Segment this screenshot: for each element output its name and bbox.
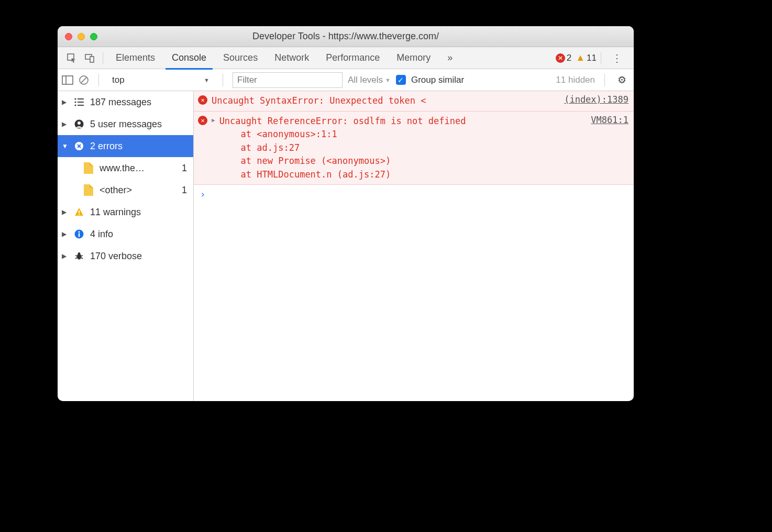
titlebar: Developer Tools - https://www.theverge.c… xyxy=(58,26,634,47)
list-icon xyxy=(73,98,85,106)
dropdown-icon: ▼ xyxy=(385,77,391,83)
svg-rect-22 xyxy=(79,234,80,237)
hidden-count[interactable]: 11 hidden xyxy=(556,75,595,85)
context-selector[interactable]: top ▼ xyxy=(108,73,213,87)
caret-icon: ▶ xyxy=(62,230,68,238)
svg-point-21 xyxy=(79,231,80,233)
svg-rect-12 xyxy=(78,105,84,106)
device-toggle-icon[interactable] xyxy=(81,51,98,65)
sidebar-item-messages[interactable]: ▶ 187 messages xyxy=(58,91,193,113)
caret-icon: ▶ xyxy=(62,120,68,128)
divider xyxy=(103,52,103,64)
svg-point-9 xyxy=(74,101,76,103)
levels-label: All levels xyxy=(348,75,383,85)
svg-line-6 xyxy=(81,77,87,83)
tab-memory[interactable]: Memory xyxy=(388,47,439,69)
user-icon xyxy=(73,119,85,129)
divider xyxy=(604,74,605,86)
sidebar-item-info[interactable]: ▶ 4 info xyxy=(58,223,193,245)
tab-sources[interactable]: Sources xyxy=(215,47,266,69)
tab-performance[interactable]: Performance xyxy=(317,47,388,69)
svg-line-25 xyxy=(75,256,77,256)
warning-count[interactable]: 11 xyxy=(587,53,597,63)
sidebar-item-verbose[interactable]: ▶ 170 verbose xyxy=(58,245,193,267)
filter-input[interactable] xyxy=(233,72,343,88)
caret-down-icon: ▼ xyxy=(62,142,68,150)
warning-badge-icon: ▲ xyxy=(576,52,585,63)
svg-rect-19 xyxy=(79,214,80,215)
group-similar-checkbox[interactable]: ✓ xyxy=(396,75,406,85)
caret-icon: ▶ xyxy=(62,252,68,260)
divider xyxy=(601,52,601,64)
error-icon: ✕ xyxy=(198,116,207,125)
console-error-message[interactable]: ✕ ▶ Uncaught ReferenceError: osdlfm is n… xyxy=(194,112,634,185)
expand-icon[interactable]: ▶ xyxy=(212,117,215,124)
svg-rect-8 xyxy=(78,98,84,99)
message-source-link[interactable]: VM861:1 xyxy=(591,115,628,125)
traffic-lights xyxy=(58,33,97,40)
sidebar-item-warnings[interactable]: ▶ 11 warnings xyxy=(58,201,193,223)
svg-point-14 xyxy=(78,121,81,125)
sidebar-item-label: 187 messages xyxy=(90,97,189,108)
more-menu-button[interactable]: ⋮ xyxy=(605,52,628,64)
console-body: ▶ 187 messages ▶ 5 user messages ▼ 2 err… xyxy=(58,91,634,401)
tab-elements[interactable]: Elements xyxy=(107,47,163,69)
toggle-sidebar-icon[interactable] xyxy=(62,75,73,85)
message-text: Uncaught SyntaxError: Unexpected token < xyxy=(212,94,560,108)
window-title: Developer Tools - https://www.theverge.c… xyxy=(58,31,634,42)
sidebar-item-user-messages[interactable]: ▶ 5 user messages xyxy=(58,113,193,135)
svg-rect-18 xyxy=(79,210,80,213)
zoom-window-button[interactable] xyxy=(90,33,97,40)
svg-line-26 xyxy=(81,256,83,256)
sidebar-item-label: 11 warnings xyxy=(90,207,189,218)
divider xyxy=(98,74,99,86)
file-icon xyxy=(83,184,94,196)
bug-icon xyxy=(73,251,85,261)
tab-console[interactable]: Console xyxy=(163,47,215,69)
file-icon xyxy=(83,162,94,174)
message-text: Uncaught ReferenceError: osdlfm is not d… xyxy=(219,115,587,182)
devtools-window: Developer Tools - https://www.theverge.c… xyxy=(58,26,634,401)
svg-line-27 xyxy=(75,258,77,259)
sidebar-item-label: www.the… xyxy=(100,163,177,174)
sidebar-item-count: 1 xyxy=(182,185,189,196)
error-count[interactable]: 2 xyxy=(567,53,571,63)
caret-icon: ▶ xyxy=(62,208,68,216)
sidebar-item-error-source[interactable]: <other> 1 xyxy=(58,179,193,201)
context-label: top xyxy=(112,75,125,85)
divider xyxy=(223,74,223,86)
minimize-window-button[interactable] xyxy=(78,33,85,40)
svg-rect-3 xyxy=(62,76,73,84)
sidebar-item-label: 2 errors xyxy=(90,141,189,152)
tab-network[interactable]: Network xyxy=(266,47,317,69)
warning-icon xyxy=(73,207,85,217)
svg-point-24 xyxy=(78,252,81,255)
svg-point-7 xyxy=(74,98,76,99)
console-error-message[interactable]: ✕ Uncaught SyntaxError: Unexpected token… xyxy=(194,91,634,112)
sidebar-item-label: 4 info xyxy=(90,229,189,240)
console-prompt[interactable]: › xyxy=(194,185,634,204)
dropdown-icon: ▼ xyxy=(204,77,209,83)
sidebar-item-error-source[interactable]: www.the… 1 xyxy=(58,157,193,179)
tabs-overflow-button[interactable]: » xyxy=(439,47,461,69)
svg-rect-2 xyxy=(90,57,94,62)
inspect-element-icon[interactable] xyxy=(63,51,81,65)
clear-console-icon[interactable] xyxy=(79,75,89,85)
info-icon xyxy=(73,229,85,239)
error-badge-icon: ✕ xyxy=(556,53,565,63)
close-window-button[interactable] xyxy=(65,33,72,40)
console-sidebar: ▶ 187 messages ▶ 5 user messages ▼ 2 err… xyxy=(58,91,194,401)
message-source-link[interactable]: (index):1389 xyxy=(564,94,628,105)
settings-icon[interactable]: ⚙ xyxy=(614,74,630,86)
svg-rect-10 xyxy=(78,102,84,103)
sidebar-item-label: 170 verbose xyxy=(90,251,189,262)
panel-tabs: Elements Console Sources Network Perform… xyxy=(58,47,634,69)
svg-line-28 xyxy=(81,258,83,259)
sidebar-item-errors[interactable]: ▼ 2 errors xyxy=(58,135,193,157)
log-levels-selector[interactable]: All levels ▼ xyxy=(348,75,391,85)
svg-point-11 xyxy=(74,104,76,106)
error-icon xyxy=(73,141,85,151)
sidebar-item-label: 5 user messages xyxy=(90,119,189,130)
error-icon: ✕ xyxy=(198,95,207,105)
group-similar-label: Group similar xyxy=(411,75,464,85)
